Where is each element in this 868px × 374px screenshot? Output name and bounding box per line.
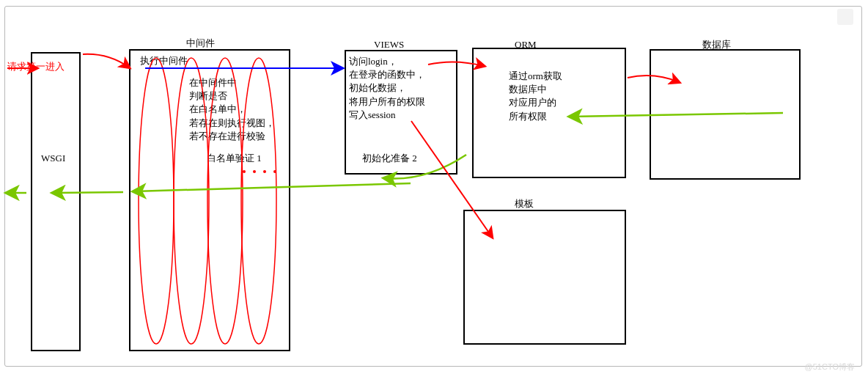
middleware-title: 中间件 xyxy=(186,37,215,50)
db-box xyxy=(650,49,801,180)
dot-icon xyxy=(273,170,276,173)
middleware-desc: 在中间件中 判断是否 在白名单中， 若存在则执行视图， 若不存在进行校验 xyxy=(189,76,275,143)
whitelist-label: 白名单验证 1 xyxy=(207,152,262,165)
expand-button[interactable] xyxy=(837,9,853,25)
template-title: 模板 xyxy=(515,197,534,210)
dot-icon xyxy=(243,170,246,173)
wsgi-label: WSGI xyxy=(41,152,65,165)
middleware-exec: 执行中间件 xyxy=(140,54,188,67)
orm-title: ORM xyxy=(515,38,537,51)
entry-text: 请求第一进入 xyxy=(7,60,65,73)
template-box xyxy=(463,210,626,345)
db-title: 数据库 xyxy=(702,38,731,51)
views-title: VIEWS xyxy=(374,38,404,51)
orm-desc: 通过orm获取 数据库中 对应用户的 所有权限 xyxy=(509,70,562,123)
dot-icon xyxy=(253,170,256,173)
dot-icon xyxy=(263,170,266,173)
watermark: @51CTO博客 xyxy=(805,362,855,373)
views-init: 初始化准备 2 xyxy=(362,152,417,165)
wsgi-box xyxy=(31,52,81,351)
views-desc: 访问login， 在登录的函数中， 初始化数据， 将用户所有的权限 写入sess… xyxy=(349,55,425,122)
